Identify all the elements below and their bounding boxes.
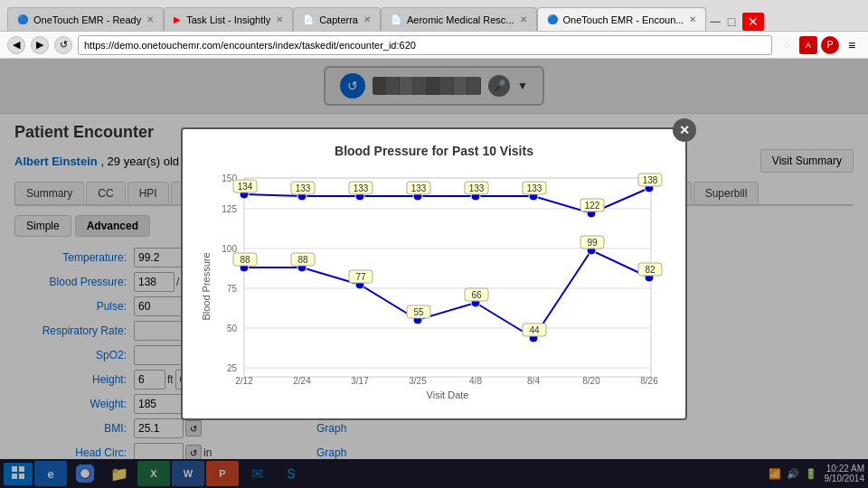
svg-text:77: 77	[355, 272, 366, 282]
minimize-btn[interactable]: ─	[710, 14, 720, 30]
svg-text:25: 25	[227, 363, 238, 373]
star-btn[interactable]: ☆	[778, 36, 796, 54]
close-btn[interactable]: ✕	[742, 13, 764, 31]
svg-text:100: 100	[222, 244, 237, 254]
forward-btn[interactable]: ▶	[31, 36, 49, 54]
svg-text:55: 55	[413, 307, 424, 317]
svg-text:138: 138	[643, 175, 658, 185]
page-content: ↺ 🎤 ▼ Patient Encounter	[0, 59, 868, 488]
tab-close-1[interactable]: ✕	[276, 14, 283, 24]
svg-text:Blood Pressure: Blood Pressure	[201, 252, 212, 320]
svg-text:125: 125	[222, 204, 237, 214]
browser-tab-1[interactable]: ▶ Task List - Insightly ✕	[164, 7, 293, 31]
svg-text:88: 88	[240, 255, 250, 265]
svg-text:82: 82	[645, 265, 656, 275]
browser-tab-3[interactable]: 📄 Aeromic Medical Resc... ✕	[381, 7, 537, 31]
menu-btn[interactable]: ≡	[843, 36, 861, 54]
svg-text:133: 133	[411, 183, 427, 193]
svg-text:3/17: 3/17	[351, 376, 369, 386]
svg-text:4/8: 4/8	[469, 376, 482, 386]
tab-close-3[interactable]: ✕	[520, 14, 527, 24]
svg-text:8/26: 8/26	[640, 376, 658, 386]
chart-modal-overlay: ✕ Blood Pressure for Past 10 Visits 25 5…	[0, 59, 868, 488]
modal-title: Blood Pressure for Past 10 Visits	[197, 144, 671, 158]
svg-text:88: 88	[297, 255, 308, 265]
svg-text:133: 133	[354, 183, 369, 193]
refresh-browser-btn[interactable]: ↺	[54, 36, 72, 54]
browser-tab-0[interactable]: 🔵 OneTouch EMR - Ready ✕	[7, 7, 164, 31]
tab-close-4[interactable]: ✕	[689, 14, 696, 24]
svg-text:8/20: 8/20	[582, 376, 600, 386]
svg-text:66: 66	[471, 290, 482, 300]
browser-address-bar: ◀ ▶ ↺ https://demo.onetouchemr.com/encou…	[0, 32, 868, 59]
tab-close-2[interactable]: ✕	[363, 14, 371, 24]
browser-tabs-bar: 🔵 OneTouch EMR - Ready ✕ ▶ Task List - I…	[0, 0, 868, 32]
browser-tab-4[interactable]: 🔵 OneTouch EMR - Encoun... ✕	[537, 7, 707, 31]
back-btn[interactable]: ◀	[7, 36, 25, 54]
svg-text:122: 122	[585, 201, 600, 211]
bp-chart-modal: ✕ Blood Pressure for Past 10 Visits 25 5…	[181, 127, 687, 420]
svg-text:133: 133	[296, 183, 311, 193]
acrobat-btn[interactable]: A	[799, 36, 817, 54]
svg-text:99: 99	[587, 238, 598, 248]
restore-btn[interactable]: □	[728, 14, 735, 29]
pinterest-btn[interactable]: P	[821, 36, 839, 54]
svg-text:2/24: 2/24	[293, 376, 311, 386]
svg-text:Visit Date: Visit Date	[427, 389, 469, 400]
svg-text:133: 133	[469, 183, 485, 193]
svg-text:44: 44	[529, 325, 540, 335]
modal-close-button[interactable]: ✕	[673, 118, 696, 142]
svg-text:8/4: 8/4	[527, 376, 540, 386]
svg-text:50: 50	[227, 324, 238, 333]
browser-tab-2[interactable]: 📄 Capterra ✕	[293, 7, 381, 31]
tab-close-0[interactable]: ✕	[146, 14, 154, 24]
svg-text:2/12: 2/12	[235, 376, 253, 386]
svg-text:133: 133	[527, 183, 542, 193]
svg-text:75: 75	[227, 284, 238, 294]
svg-text:134: 134	[238, 182, 253, 192]
bp-chart-svg: 25 50 75 100 125 150 Blood Pressure	[197, 169, 671, 404]
address-input[interactable]: https://demo.onetouchemr.com/encounters/…	[78, 35, 772, 55]
svg-text:3/25: 3/25	[409, 376, 427, 386]
